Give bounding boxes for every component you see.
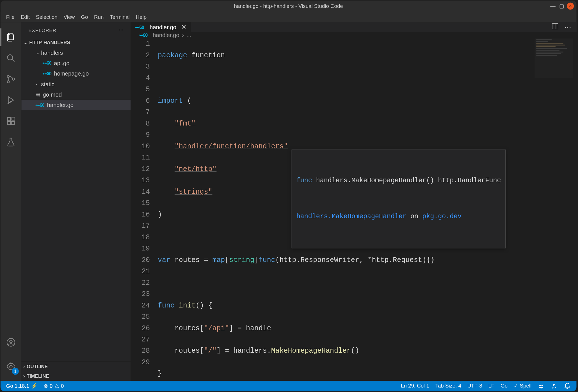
run-debug-icon[interactable] [1,90,22,111]
settings-badge: 1 [12,368,19,375]
menu-run[interactable]: Run [91,13,107,21]
menu-bar: File Edit Selection View Go Run Terminal… [1,12,577,22]
folder-label: static [41,81,54,87]
file-homepage-go[interactable]: ⊶GOhomepage.go [21,68,131,79]
go-file-icon: ⊶GO [42,71,51,76]
svg-point-12 [539,385,541,386]
status-tabsize[interactable]: Tab Size: 4 [432,382,464,389]
folder-handlers[interactable]: ⌄handlers [21,47,131,58]
svg-point-9 [10,340,12,343]
tab-label: handler.go [150,24,176,30]
go-file-icon: ⊶GO [135,25,144,29]
file-icon: ▤ [35,91,40,97]
status-problems[interactable]: ⊗0⚠0 [40,381,67,391]
svg-point-0 [7,55,13,60]
breadcrumb-sep: › [182,32,184,38]
minimap[interactable] [534,38,573,78]
svg-rect-5 [7,122,10,125]
tab-handler-go[interactable]: ⊶GO handler.go ✕ [131,22,192,32]
more-actions-icon[interactable]: ⋯ [564,23,571,31]
svg-point-10 [10,366,12,368]
breadcrumb-file: handler.go [153,32,179,38]
explorer-icon[interactable] [1,27,22,48]
source-control-icon[interactable] [1,69,22,90]
status-eol[interactable]: LF [485,382,498,389]
chevron-right-icon: › [35,81,40,87]
menu-help[interactable]: Help [133,13,150,21]
svg-point-1 [7,76,10,78]
folder-label: handlers [41,49,63,56]
maximize-button[interactable]: ▢ [558,3,565,10]
tab-close-icon[interactable]: ✕ [181,23,187,31]
svg-rect-7 [12,117,15,120]
outline-section[interactable]: ›OUTLINE [21,362,131,371]
menu-terminal[interactable]: Terminal [107,13,132,21]
testing-icon[interactable] [1,132,22,153]
status-language[interactable]: Go [497,382,511,389]
explorer-more-icon[interactable]: ⋯ [119,27,124,33]
file-label: go.mod [43,91,62,98]
menu-edit[interactable]: Edit [18,13,33,21]
project-name: HTTP-HANDLERS [29,40,70,45]
close-button[interactable]: ✕ [567,3,574,10]
window-title: handler.go - http-handlers - Visual Stud… [234,3,343,9]
breadcrumb[interactable]: ⊶GO handler.go › ... [131,32,577,38]
go-file-icon: ⊶GO [35,102,44,107]
chevron-down-icon: ⌄ [35,49,40,56]
status-copilot-icon[interactable] [534,382,548,389]
file-label: handler.go [47,102,74,108]
pkg-link[interactable]: pkg.go.dev [422,213,462,220]
menu-file[interactable]: File [3,13,18,21]
tab-bar: ⊶GO handler.go ✕ ⋯ [131,22,577,32]
settings-icon[interactable]: 1 [1,356,22,377]
minimize-button[interactable]: — [549,3,556,10]
status-feedback-icon[interactable] [548,382,561,389]
go-file-icon: ⊶GO [139,33,148,38]
warning-icon: ⚠ [54,383,59,389]
chevron-right-icon: › [23,373,25,379]
split-editor-icon[interactable] [551,22,559,32]
svg-point-2 [7,81,10,83]
extensions-icon[interactable] [1,111,22,132]
error-icon: ⊗ [44,383,48,389]
code-content[interactable]: package function import ( "fmt" "handler… [158,38,577,381]
svg-point-13 [542,385,543,386]
hover-tooltip: func handlers.MakeHomepageHandler() http… [292,149,506,248]
folder-static[interactable]: ›static [21,79,131,89]
explorer-title: EXPLORER [28,27,56,33]
file-tree: ⌄handlers ⊶GOapi.go ⊶GOhomepage.go ›stat… [21,47,131,110]
hover-link[interactable]: handlers.MakeHomepageHandler [296,213,406,220]
section-label: OUTLINE [27,364,48,369]
file-label: homepage.go [54,70,89,77]
menu-view[interactable]: View [60,13,78,21]
go-analysis-icon: ⚡ [31,383,37,389]
svg-point-14 [553,384,555,386]
sidebar: EXPLORER ⋯ ⌄ HTTP-HANDLERS ⌄handlers ⊶GO… [21,22,131,381]
status-notifications-icon[interactable] [561,382,574,389]
status-go-version[interactable]: Go 1.18.1⚡ [3,381,40,391]
line-gutter: 1234567891011121314151617181920212223242… [131,38,158,381]
timeline-section[interactable]: ›TIMELINE [21,371,131,381]
code-editor[interactable]: 1234567891011121314151617181920212223242… [131,38,577,381]
check-icon: ✓ [514,382,518,389]
svg-rect-6 [11,122,14,125]
breadcrumb-more: ... [186,32,191,38]
accounts-icon[interactable] [1,332,22,353]
project-header[interactable]: ⌄ HTTP-HANDLERS [21,38,131,47]
status-cursor[interactable]: Ln 29, Col 1 [398,382,432,389]
file-api-go[interactable]: ⊶GOapi.go [21,58,131,68]
title-bar: handler.go - http-handlers - Visual Stud… [1,1,577,12]
section-label: TIMELINE [27,373,49,379]
status-encoding[interactable]: UTF-8 [464,382,485,389]
status-bar: Go 1.18.1⚡ ⊗0⚠0 Ln 29, Col 1 Tab Size: 4… [1,381,577,391]
go-file-icon: ⊶GO [42,61,51,65]
menu-go[interactable]: Go [78,13,91,21]
activity-bar: 1 [1,22,22,381]
status-spell[interactable]: ✓Spell [511,382,534,389]
file-label: api.go [54,60,69,66]
file-go-mod[interactable]: ▤go.mod [21,89,131,100]
svg-rect-4 [7,118,10,121]
menu-selection[interactable]: Selection [33,13,61,21]
file-handler-go[interactable]: ⊶GOhandler.go [21,100,131,110]
search-icon[interactable] [1,48,22,69]
